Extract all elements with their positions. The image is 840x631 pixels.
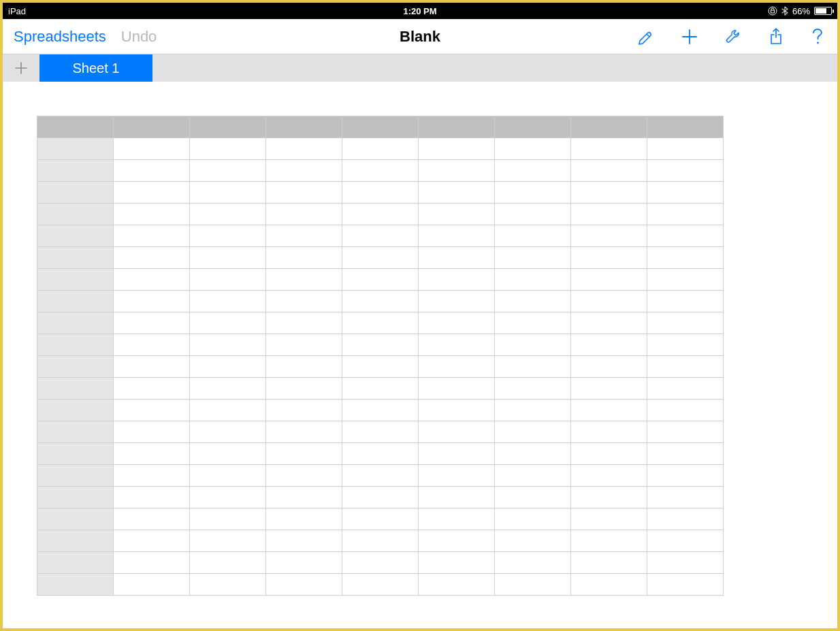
cell[interactable] [419,574,495,596]
cell[interactable] [342,530,419,552]
cell[interactable] [495,465,571,487]
cell[interactable] [419,465,495,487]
cell[interactable] [571,356,647,378]
cell[interactable] [647,204,724,225]
cell[interactable] [266,269,342,291]
cell[interactable] [342,487,419,508]
row-header[interactable] [37,138,114,160]
cell[interactable] [571,574,647,596]
cell[interactable] [342,400,419,421]
cell[interactable] [495,204,571,225]
cell[interactable] [114,421,190,443]
cell[interactable] [495,378,571,400]
cell[interactable] [342,160,419,182]
cell[interactable] [419,378,495,400]
cell[interactable] [266,508,342,530]
cell[interactable] [495,421,571,443]
cell[interactable] [647,356,724,378]
cell[interactable] [114,487,190,508]
cell[interactable] [114,269,190,291]
cell[interactable] [342,138,419,160]
cell[interactable] [495,247,571,269]
cell[interactable] [571,291,647,312]
row-header[interactable] [37,421,114,443]
share-icon[interactable] [766,27,786,47]
cell[interactable] [266,160,342,182]
cell[interactable] [266,138,342,160]
column-header[interactable] [37,116,114,138]
cell[interactable] [266,291,342,312]
cell[interactable] [419,160,495,182]
cell[interactable] [342,378,419,400]
cell[interactable] [114,204,190,225]
row-header[interactable] [37,269,114,291]
cell[interactable] [647,552,724,574]
cell[interactable] [571,160,647,182]
sheet-tab-active[interactable]: Sheet 1 [39,54,152,82]
cell[interactable] [647,334,724,356]
column-header[interactable] [266,116,342,138]
cell[interactable] [571,138,647,160]
cell[interactable] [571,421,647,443]
cell[interactable] [266,247,342,269]
cell[interactable] [647,247,724,269]
cell[interactable] [571,225,647,247]
cell[interactable] [495,160,571,182]
cell[interactable] [419,443,495,465]
cell[interactable] [342,443,419,465]
cell[interactable] [190,312,266,334]
cell[interactable] [342,334,419,356]
cell[interactable] [571,378,647,400]
cell[interactable] [571,465,647,487]
cell[interactable] [419,225,495,247]
cell[interactable] [571,334,647,356]
row-header[interactable] [37,443,114,465]
wrench-icon[interactable] [723,27,743,47]
row-header[interactable] [37,204,114,225]
cell[interactable] [342,204,419,225]
cell[interactable] [571,400,647,421]
column-header[interactable] [419,116,495,138]
cell[interactable] [419,312,495,334]
cell[interactable] [647,421,724,443]
column-header[interactable] [495,116,571,138]
format-brush-icon[interactable] [636,27,656,47]
cell[interactable] [342,247,419,269]
cell[interactable] [114,291,190,312]
cell[interactable] [266,182,342,204]
cell[interactable] [495,138,571,160]
cell[interactable] [419,334,495,356]
row-header[interactable] [37,334,114,356]
spreadsheet-table[interactable] [37,116,724,596]
row-header[interactable] [37,465,114,487]
cell[interactable] [647,291,724,312]
cell[interactable] [571,487,647,508]
cell[interactable] [190,182,266,204]
cell[interactable] [266,204,342,225]
row-header[interactable] [37,487,114,508]
cell[interactable] [571,247,647,269]
cell[interactable] [419,400,495,421]
cell[interactable] [114,465,190,487]
row-header[interactable] [37,400,114,421]
cell[interactable] [342,269,419,291]
cell[interactable] [266,421,342,443]
cell[interactable] [190,421,266,443]
cell[interactable] [419,356,495,378]
row-header[interactable] [37,378,114,400]
cell[interactable] [114,312,190,334]
cell[interactable] [114,182,190,204]
cell[interactable] [114,160,190,182]
cell[interactable] [266,378,342,400]
cell[interactable] [342,465,419,487]
cell[interactable] [266,465,342,487]
row-header[interactable] [37,182,114,204]
cell[interactable] [114,508,190,530]
cell[interactable] [647,508,724,530]
cell[interactable] [190,552,266,574]
cell[interactable] [266,312,342,334]
cell[interactable] [114,356,190,378]
cell[interactable] [571,552,647,574]
cell[interactable] [647,312,724,334]
cell[interactable] [342,508,419,530]
